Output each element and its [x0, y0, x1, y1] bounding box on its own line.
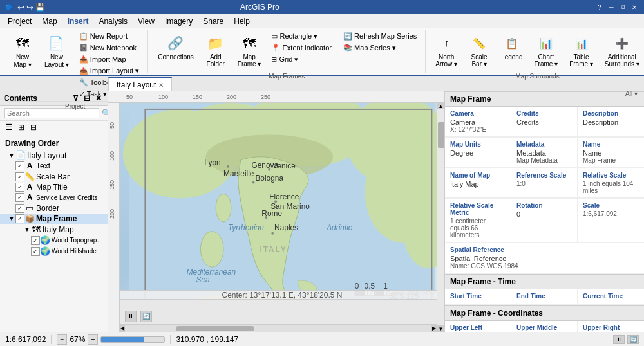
tree-item-world-hillshade[interactable]: ✓ 🌍 World Hillshade: [0, 246, 108, 257]
ribbon-btn-scale-bar[interactable]: 📏 ScaleBar ▾: [464, 31, 494, 69]
scrollbar-vertical[interactable]: ▲ ▼: [437, 103, 444, 332]
menu-help[interactable]: Help: [229, 15, 255, 27]
refresh-btn[interactable]: 🔄: [140, 311, 152, 322]
contents-toolbar: ☰ ⊞ ⊟: [0, 121, 108, 134]
border-label: Border: [35, 204, 61, 213]
minimize-btn[interactable]: ─: [607, 3, 616, 12]
menu-insert[interactable]: Insert: [62, 15, 94, 27]
ribbon-btn-connections[interactable]: 🔗 Connections: [153, 31, 198, 62]
help-btn[interactable]: ?: [595, 3, 604, 12]
world-topo-checkbox[interactable]: ✓: [31, 236, 40, 245]
menu-view[interactable]: View: [133, 15, 160, 27]
window-controls[interactable]: ? ─ ⧉ ✕: [595, 3, 639, 12]
new-layout-icon: 📄: [46, 33, 67, 53]
tree-item-map-title[interactable]: ✓ A Map Title: [0, 182, 108, 192]
ribbon-btn-chart-frame[interactable]: 📊 ChartFrame ▾: [530, 31, 563, 69]
ribbon-btn-add-folder[interactable]: 📁 AddFolder: [201, 31, 231, 69]
status-coordinates: 310.970 , 199.147: [176, 335, 238, 344]
scroll-down-btn[interactable]: ▼: [437, 325, 444, 332]
scroll-thumb-v[interactable]: [438, 122, 444, 148]
ribbon-btn-grid[interactable]: ⊞ Grid ▾: [268, 54, 335, 65]
quick-access-undo[interactable]: ↩: [17, 3, 24, 12]
tab-close-btn[interactable]: ✕: [158, 82, 164, 89]
expand-map-frame[interactable]: ▼: [8, 215, 15, 222]
ribbon-btn-new-notebook[interactable]: 📓 New Notebook: [76, 42, 142, 53]
ribbon-btn-new-report[interactable]: 📋 New Report: [76, 31, 142, 42]
scroll-up-btn[interactable]: ▲: [437, 103, 444, 109]
all-button[interactable]: All ▾: [621, 89, 641, 98]
tab-italy-layout[interactable]: Italy Layout ✕: [108, 77, 172, 91]
prop-cell-camera: Camera Camera X: 12°7'32"E: [445, 107, 511, 137]
border-checkbox[interactable]: ✓: [15, 204, 24, 213]
quick-access-save[interactable]: 💾: [35, 3, 45, 12]
ribbon-btn-new-map[interactable]: 🗺 NewMap ▾: [8, 31, 37, 71]
collapse-all-icon[interactable]: ⊟: [28, 122, 39, 132]
pause-btn[interactable]: ⏸: [125, 311, 137, 322]
service-credits-icon: A: [24, 193, 35, 202]
map-frame-tree-icon: 📦: [24, 214, 35, 223]
play-btn[interactable]: ⏸: [613, 335, 625, 344]
ribbon-btn-refresh[interactable]: 🔄 Refresh Map Series: [340, 31, 420, 42]
prop-row-name-of-map: Name of Map Italy Map Reference Scale 1:…: [445, 168, 644, 199]
scroll-left-btn[interactable]: ◀: [120, 325, 125, 332]
ribbon-btn-table-frame[interactable]: 📊 TableFrame ▾: [565, 31, 598, 69]
zoom-slider[interactable]: [100, 336, 165, 343]
menu-share[interactable]: Share: [198, 15, 229, 27]
menu-project[interactable]: Project: [3, 15, 37, 27]
tree-item-map-frame[interactable]: ▼ ✓ 📦 Map Frame: [0, 214, 108, 224]
expand-all-icon[interactable]: ⊞: [16, 122, 26, 132]
world-hillshade-checkbox[interactable]: ✓: [31, 247, 40, 256]
map-frame-icon: 🗺: [239, 33, 260, 53]
contents-panel: Contents ⊽ ⊟ ✕ 🔍 ☰ ⊞ ⊟ Drawing Order: [0, 91, 108, 332]
tree-item-scale-bar[interactable]: ✓ 📏 Scale Bar: [0, 171, 108, 182]
tree-item-world-topo[interactable]: ✓ 🌍 World Topographic Map: [0, 235, 108, 246]
ribbon-btn-map-frame[interactable]: 🗺 MapFrame ▾: [233, 31, 266, 69]
scale-bar-checkbox[interactable]: ✓: [15, 172, 24, 181]
map-frame-checkbox[interactable]: ✓: [15, 214, 24, 223]
map-title-checkbox[interactable]: ✓: [15, 183, 24, 192]
quick-access-redo[interactable]: ↪: [26, 3, 33, 12]
map-canvas[interactable]: Lyon Marseille Genova Venice Bologna Flo…: [120, 103, 444, 332]
menu-imagery[interactable]: Imagery: [160, 15, 198, 27]
prop-row-relative-scale-metric: Relative Scale Metric 1 centimeter equal…: [445, 199, 644, 243]
tree-item-italy-map[interactable]: ▼ 🗺 Italy Map: [0, 224, 108, 235]
zoom-out-btn[interactable]: −: [57, 334, 67, 345]
scroll-right-btn[interactable]: ▶: [431, 325, 437, 332]
expand-italy-map[interactable]: ▼: [23, 226, 31, 233]
tree-item-italy-layout[interactable]: ▼ 📄 Italy Layout: [0, 150, 108, 161]
tree-item-border[interactable]: ✓ ▭ Border: [0, 203, 108, 214]
ribbon-btn-import-map[interactable]: 📥 Import Map: [76, 54, 142, 65]
expand-italy-layout[interactable]: ▼: [8, 152, 15, 159]
layout-icon: 📄: [15, 150, 26, 160]
world-topo-label: World Topographic Map: [50, 237, 108, 244]
service-credits-checkbox[interactable]: ✓: [15, 193, 24, 202]
prop-row-coords-upper: Upper Left 3°17'54"E 47°29'14"N Upper Mi…: [445, 321, 644, 332]
close-btn[interactable]: ✕: [630, 3, 639, 12]
menu-analysis[interactable]: Analysis: [93, 15, 133, 27]
ribbon-btn-import-layout[interactable]: 📥 Import Layout ▾: [76, 66, 142, 77]
italy-map-icon: 🗺: [31, 224, 41, 234]
text-checkbox[interactable]: ✓: [15, 161, 24, 170]
scroll-thumb-h[interactable]: [176, 326, 254, 331]
restore-btn[interactable]: ⧉: [618, 3, 627, 12]
ribbon-btn-additional-surrounds[interactable]: ➕ AdditionalSurrounds ▾: [600, 31, 644, 69]
prop-cell-end-time: End Time: [511, 289, 578, 305]
add-folder-icon: 📁: [205, 33, 226, 53]
ribbon-btn-rectangle[interactable]: ▭ Rectangle ▾: [268, 31, 335, 42]
loop-btn[interactable]: 🔄: [627, 335, 639, 344]
list-view-icon[interactable]: ☰: [4, 122, 14, 132]
menu-map[interactable]: Map: [37, 15, 62, 27]
map-center-status: Center: 13°17'13.1 E, 43°18'20.5 N: [120, 290, 444, 300]
ribbon-btn-legend[interactable]: 📋 Legend: [497, 31, 527, 62]
ribbon-btn-north-arrow[interactable]: ↑ NorthArrow ▾: [431, 31, 462, 69]
zoom-in-btn[interactable]: +: [88, 334, 98, 345]
ribbon-btn-map-series[interactable]: 📚 Map Series ▾: [340, 42, 420, 53]
tree-item-text[interactable]: ✓ A Text: [0, 161, 108, 171]
ribbon-btn-new-layout[interactable]: 📄 NewLayout ▾: [40, 31, 73, 71]
map-area[interactable]: 50 100 150 200 250 50 100 150 200: [108, 91, 444, 332]
prop-cell-credits: Credits Credits: [511, 107, 578, 137]
ribbon-btn-extent[interactable]: 📍 Extent Indicator: [268, 42, 335, 53]
tree-item-service-credits[interactable]: ✓ A Service Layer Credits: [0, 192, 108, 203]
scrollbar-horizontal[interactable]: ◀ ▶: [120, 324, 437, 332]
connections-icon: 🔗: [166, 33, 186, 53]
